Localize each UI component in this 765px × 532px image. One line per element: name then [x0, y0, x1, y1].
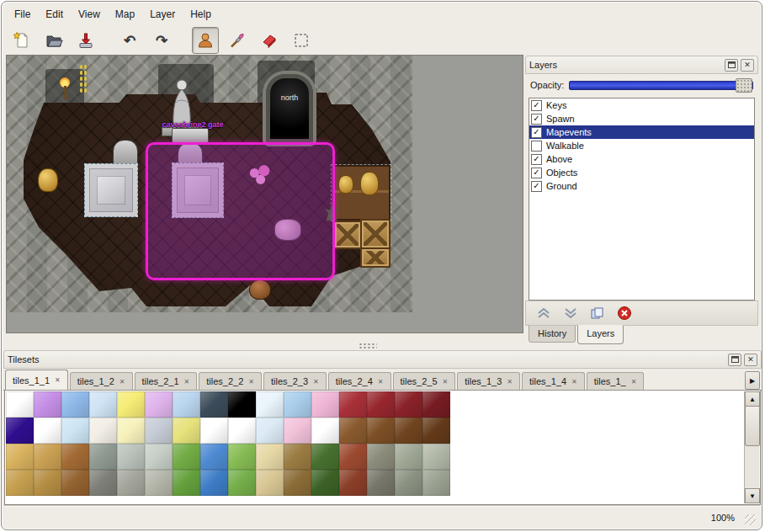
tileset-tile[interactable] [339, 391, 367, 418]
duplicate-layer-button[interactable] [588, 305, 607, 322]
layer-row-above[interactable]: ✓Above [529, 152, 754, 166]
tileset-tab-tiles_2_5[interactable]: tiles_2_5✕ [393, 372, 456, 390]
tileset-tile[interactable] [6, 391, 34, 418]
tileset-tile[interactable] [61, 444, 89, 470]
tileset-tile[interactable] [173, 444, 200, 470]
close-tab-icon[interactable]: ✕ [248, 378, 254, 386]
layer-row-keys[interactable]: ✓Keys [529, 98, 754, 112]
save-button[interactable] [72, 27, 99, 54]
tileset-tile[interactable] [422, 418, 450, 444]
tileset-tile[interactable] [311, 418, 339, 444]
tileset-tile[interactable] [6, 418, 34, 444]
tileset-tile[interactable] [367, 444, 395, 470]
horizontal-splitter-grip[interactable] [359, 343, 377, 350]
tileset-tile[interactable] [284, 418, 311, 444]
undo-button[interactable]: ↶ [116, 27, 143, 54]
tileset-tile[interactable] [89, 470, 117, 496]
lower-layer-button[interactable] [561, 305, 580, 322]
tileset-tile[interactable] [284, 444, 311, 470]
menu-item-view[interactable]: View [71, 6, 108, 23]
tileset-tile[interactable] [256, 470, 284, 496]
tileset-tile[interactable] [228, 444, 256, 470]
stamp-tool-button[interactable] [192, 27, 219, 54]
tileset-tile[interactable] [34, 418, 61, 444]
close-tab-icon[interactable]: ✕ [631, 378, 637, 386]
layer-checkbox-walkable[interactable] [531, 141, 542, 152]
panel-tab-layers[interactable]: Layers [577, 325, 624, 344]
tileset-tile[interactable] [339, 418, 367, 444]
tileset-tile[interactable] [145, 470, 173, 496]
tileset-tile[interactable] [228, 418, 256, 444]
tileset-tile[interactable] [228, 470, 256, 496]
layer-checkbox-mapevents[interactable]: ✓ [531, 127, 542, 138]
tileset-tile[interactable] [173, 470, 200, 496]
tileset-tile[interactable] [311, 391, 339, 418]
tileset-tile[interactable] [395, 391, 422, 418]
select-tool-button[interactable] [288, 27, 315, 54]
tileset-tile[interactable] [89, 391, 117, 418]
tileset-tile[interactable] [117, 391, 145, 418]
close-tab-icon[interactable]: ✕ [313, 378, 319, 386]
tileset-tab-tiles_1_4[interactable]: tiles_1_4✕ [522, 372, 585, 390]
tileset-tile[interactable] [200, 470, 228, 496]
layer-checkbox-spawn[interactable]: ✓ [531, 114, 542, 125]
tileset-tab-tiles_2_3[interactable]: tiles_2_3✕ [263, 372, 327, 390]
tileset-tile[interactable] [34, 391, 61, 418]
tileset-tile[interactable] [145, 418, 173, 444]
close-tab-icon[interactable]: ✕ [184, 378, 190, 386]
tileset-tab-tiles_1_[interactable]: tiles_1_✕ [587, 372, 645, 390]
tileset-tile[interactable] [422, 444, 450, 470]
layer-checkbox-keys[interactable]: ✓ [531, 100, 542, 111]
menu-item-edit[interactable]: Edit [38, 6, 71, 23]
tileset-tile[interactable] [6, 444, 34, 470]
tileset-tile[interactable] [89, 418, 117, 444]
opacity-slider-handle[interactable] [736, 78, 752, 93]
layer-row-mapevents[interactable]: ✓Mapevents [529, 125, 754, 139]
tileset-tab-tiles_1_1[interactable]: tiles_1_1✕ [5, 370, 68, 391]
tileset-tile[interactable] [339, 444, 367, 470]
tileset-tile[interactable] [256, 418, 284, 444]
panel-tab-history[interactable]: History [529, 326, 576, 343]
close-tab-icon[interactable]: ✕ [507, 378, 513, 386]
tileset-tile[interactable] [395, 470, 422, 496]
tileset-tile[interactable] [228, 391, 256, 418]
float-panel-button[interactable] [725, 59, 738, 72]
close-tab-icon[interactable]: ✕ [443, 378, 449, 386]
layer-row-objects[interactable]: ✓Objects [529, 166, 754, 179]
layer-row-ground[interactable]: ✓Ground [529, 179, 754, 193]
tileset-tile[interactable] [367, 391, 395, 418]
eraser-tool-button[interactable] [256, 27, 283, 54]
menu-item-help[interactable]: Help [183, 6, 219, 23]
tileset-tile[interactable] [422, 391, 450, 418]
layer-row-walkable[interactable]: Walkable [529, 139, 754, 152]
tileset-tile[interactable] [367, 418, 395, 444]
tileset-scrollbar[interactable]: ▲ ▼ [744, 391, 759, 503]
delete-layer-button[interactable] [615, 305, 634, 322]
layer-row-spawn[interactable]: ✓Spawn [529, 112, 754, 125]
menu-item-layer[interactable]: Layer [142, 6, 183, 23]
tileset-tile[interactable] [34, 444, 61, 470]
close-tilesets-button[interactable]: ✕ [744, 354, 757, 366]
tileset-tile[interactable] [200, 418, 228, 444]
tileset-tile[interactable] [284, 391, 311, 418]
tileset-tile[interactable] [200, 391, 228, 418]
scrollbar-thumb[interactable] [745, 406, 760, 446]
tileset-tile[interactable] [117, 444, 145, 470]
tileset-tab-tiles_2_1[interactable]: tiles_2_1✕ [135, 372, 198, 390]
layer-checkbox-objects[interactable]: ✓ [531, 168, 542, 178]
close-tab-icon[interactable]: ✕ [55, 376, 61, 384]
close-tab-icon[interactable]: ✕ [378, 378, 384, 386]
tileset-tile[interactable] [117, 418, 145, 444]
tileset-tile[interactable] [395, 418, 422, 444]
tileset-tile[interactable] [145, 391, 173, 418]
close-tab-icon[interactable]: ✕ [571, 378, 577, 386]
raise-layer-button[interactable] [534, 305, 553, 322]
tileset-tab-tiles_1_3[interactable]: tiles_1_3✕ [457, 372, 520, 390]
tileset-tile[interactable] [422, 470, 450, 496]
resize-grip[interactable] [745, 514, 756, 525]
tileset-tile[interactable] [173, 391, 200, 418]
scroll-up-button[interactable]: ▲ [745, 391, 760, 407]
opacity-slider[interactable] [569, 81, 753, 90]
tileset-tile[interactable] [311, 470, 339, 496]
tileset-tile[interactable] [89, 444, 117, 470]
